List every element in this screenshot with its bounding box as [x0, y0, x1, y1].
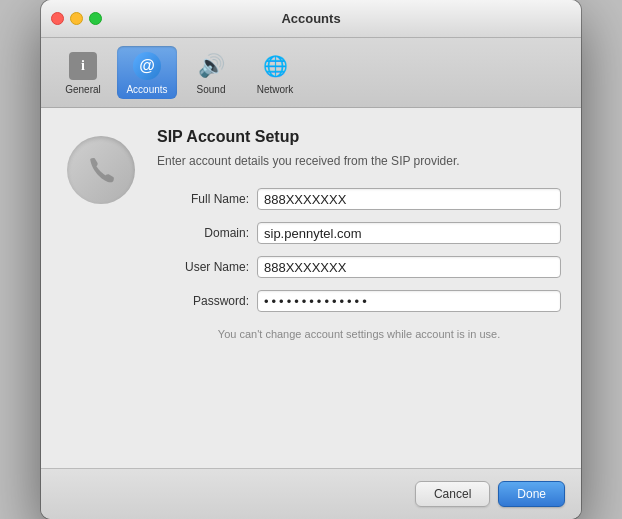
password-input[interactable]	[257, 290, 561, 312]
username-row: User Name:	[157, 256, 561, 278]
accounts-label: Accounts	[126, 84, 167, 95]
maximize-button[interactable]	[89, 12, 102, 25]
phone-icon	[83, 152, 119, 188]
general-label: General	[65, 84, 101, 95]
done-button[interactable]: Done	[498, 481, 565, 507]
toolbar-item-sound[interactable]: 🔊 Sound	[181, 46, 241, 99]
form-area: SIP Account Setup Enter account details …	[157, 128, 561, 448]
toolbar-item-accounts[interactable]: @ Accounts	[117, 46, 177, 99]
minimize-button[interactable]	[70, 12, 83, 25]
toolbar-item-general[interactable]: i General	[53, 46, 113, 99]
domain-input[interactable]	[257, 222, 561, 244]
password-row: Password:	[157, 290, 561, 312]
form-subtitle: Enter account details you received from …	[157, 154, 561, 168]
phone-circle	[67, 136, 135, 204]
main-window: Accounts i General @ Accounts 🔊 Sound 🌐 …	[41, 0, 581, 519]
window-title: Accounts	[281, 11, 340, 26]
network-icon: 🌐	[259, 50, 291, 82]
full-name-row: Full Name:	[157, 188, 561, 210]
sound-icon: 🔊	[195, 50, 227, 82]
close-button[interactable]	[51, 12, 64, 25]
network-label: Network	[257, 84, 294, 95]
form-title: SIP Account Setup	[157, 128, 561, 146]
general-icon: i	[67, 50, 99, 82]
username-label: User Name:	[157, 260, 257, 274]
content-area: SIP Account Setup Enter account details …	[41, 108, 581, 468]
domain-row: Domain:	[157, 222, 561, 244]
warning-text: You can't change account settings while …	[157, 328, 561, 340]
full-name-label: Full Name:	[157, 192, 257, 206]
toolbar: i General @ Accounts 🔊 Sound 🌐 Network	[41, 38, 581, 108]
username-input[interactable]	[257, 256, 561, 278]
title-bar: Accounts	[41, 0, 581, 38]
phone-icon-area	[61, 128, 141, 448]
toolbar-item-network[interactable]: 🌐 Network	[245, 46, 305, 99]
domain-label: Domain:	[157, 226, 257, 240]
sound-label: Sound	[197, 84, 226, 95]
footer: Cancel Done	[41, 468, 581, 519]
full-name-input[interactable]	[257, 188, 561, 210]
window-controls	[51, 12, 102, 25]
password-label: Password:	[157, 294, 257, 308]
cancel-button[interactable]: Cancel	[415, 481, 490, 507]
accounts-icon: @	[131, 50, 163, 82]
